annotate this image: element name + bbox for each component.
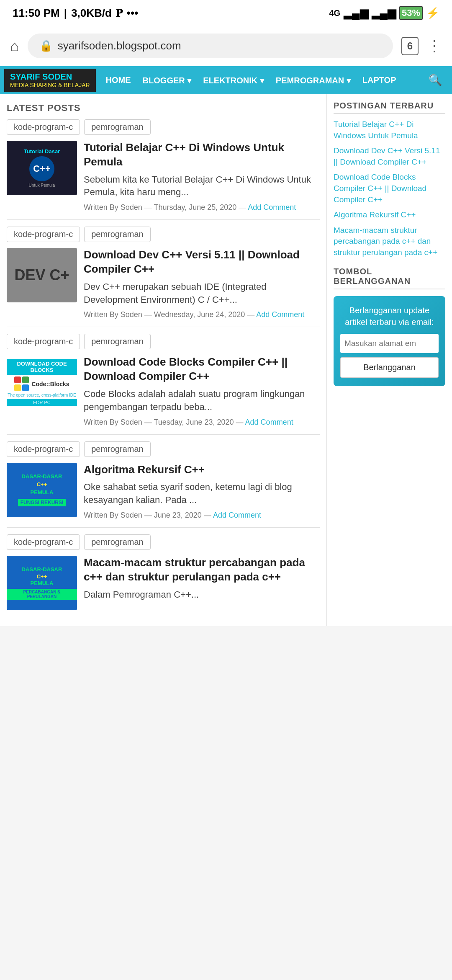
algo-label-3: PEMULA bbox=[31, 489, 54, 496]
divider-2 bbox=[7, 327, 320, 327]
struct-label-3: PEMULA bbox=[31, 580, 54, 587]
signal-bars-2: ▂▄▆ bbox=[372, 7, 396, 20]
subscribe-box: Berlangganan update artikel terbaru via … bbox=[334, 296, 445, 386]
subscribe-email-input[interactable] bbox=[340, 334, 439, 353]
signal-bars: ▂▄▆ bbox=[344, 7, 368, 20]
home-icon[interactable]: ⌂ bbox=[10, 37, 19, 55]
post-excerpt-1: Sebelum kita ke Tutorial Belajar C++ Di … bbox=[84, 173, 320, 199]
add-comment-2[interactable]: Add Comment bbox=[256, 310, 304, 319]
nav-laptop[interactable]: LAPTOP bbox=[357, 68, 402, 93]
nav-blogger[interactable]: BLOGGER ▾ bbox=[137, 68, 198, 93]
tag-kode-3[interactable]: kode-program-c bbox=[7, 334, 80, 349]
tag-pemrograman-1[interactable]: pemrograman bbox=[84, 119, 151, 135]
cb-sq-red bbox=[14, 377, 21, 383]
lock-icon: 🔒 bbox=[39, 39, 53, 52]
post-content-2: Download Dev C++ Versi 5.11 || Download … bbox=[84, 248, 320, 319]
nav-home[interactable]: HOME bbox=[100, 68, 137, 93]
subscribe-button[interactable]: Berlangganan bbox=[340, 357, 439, 378]
site-logo[interactable]: SYARIF SODEN MEDIA SHARING & BELAJAR bbox=[4, 69, 96, 92]
recent-link-1[interactable]: Tutorial Belajar C++ Di Windows Untuk Pe… bbox=[334, 119, 445, 141]
search-icon[interactable]: 🔍 bbox=[423, 66, 448, 94]
tag-pemrograman-4[interactable]: pemrograman bbox=[84, 441, 151, 457]
post-content-5: Macam-macam struktur percabangan pada c+… bbox=[84, 556, 320, 610]
signal-4g: 4G bbox=[329, 8, 340, 18]
post-thumb-2[interactable]: DEV C+ bbox=[7, 248, 77, 302]
post-title-5[interactable]: Macam-macam struktur percabangan pada c+… bbox=[84, 556, 320, 584]
tag-row-4: kode-program-c pemrograman bbox=[7, 441, 320, 457]
post-card-4: DASAR-DASAR C++ PEMULA FUNGSI REKURSI Al… bbox=[7, 463, 320, 520]
cb-header: DOWNLOAD CODE BLOCKS bbox=[7, 359, 77, 375]
browser-bar: ⌂ 🔒 syarifsoden.blogspot.com 6 ⋮ bbox=[0, 26, 452, 66]
more-options: ••• bbox=[127, 7, 138, 20]
post-content-1: Tutorial Belajar C++ Di Windows Untuk Pe… bbox=[84, 141, 320, 212]
status-bar: 11:50 PM | 3,0KB/d 𝐏 ••• 4G ▂▄▆ ▂▄▆ 53% … bbox=[0, 0, 452, 26]
nav-pemrograman[interactable]: PEMROGRAMAN ▾ bbox=[270, 68, 357, 93]
post-author-1: Written By Soden bbox=[84, 203, 142, 211]
cb-sq-green bbox=[22, 377, 29, 383]
post-title-4[interactable]: Algoritma Rekursif C++ bbox=[84, 463, 320, 477]
subscribe-description: Berlangganan update artikel terbaru via … bbox=[340, 304, 439, 328]
divider-1 bbox=[7, 219, 320, 220]
cb-logo-row: Code::Blocks bbox=[14, 377, 69, 391]
recent-link-2[interactable]: Download Dev C++ Versi 5.11 || Download … bbox=[334, 145, 445, 168]
tag-row-2: kode-program-c pemrograman bbox=[7, 227, 320, 242]
post-date-1: Thursday, June 25, 2020 bbox=[154, 203, 236, 211]
post-thumb-4[interactable]: DASAR-DASAR C++ PEMULA FUNGSI REKURSI bbox=[7, 463, 77, 517]
post-author-2: Written By Soden bbox=[84, 310, 142, 319]
algo-label-1: DASAR-DASAR bbox=[22, 473, 62, 480]
post-title-1[interactable]: Tutorial Belajar C++ Di Windows Untuk Pe… bbox=[84, 141, 320, 169]
tag-kode-2[interactable]: kode-program-c bbox=[7, 227, 80, 242]
tag-row-5: kode-program-c pemrograman bbox=[7, 534, 320, 550]
cb-footer: The open source, cross-platform IDE bbox=[8, 393, 76, 397]
recent-link-4[interactable]: Algoritma Rekursif C++ bbox=[334, 209, 445, 221]
cpp-thumb-art: Tutorial Dasar C++ Untuk Pemula bbox=[7, 141, 77, 195]
site-nav: SYARIF SODEN MEDIA SHARING & BELAJAR HOM… bbox=[0, 66, 452, 94]
post-excerpt-5: Dalam Pemrograman C++... bbox=[84, 588, 320, 601]
algo-thumb-art: DASAR-DASAR C++ PEMULA FUNGSI REKURSI bbox=[7, 463, 77, 517]
nav-items: HOME BLOGGER ▾ ELEKTRONIK ▾ PEMROGRAMAN … bbox=[100, 68, 423, 93]
tag-pemrograman-3[interactable]: pemrograman bbox=[84, 334, 151, 349]
struct-label-4: PERCABANGAN & PERULANGAN bbox=[7, 589, 77, 600]
post-card-2: DEV C+ Download Dev C++ Versi 5.11 || Do… bbox=[7, 248, 320, 319]
nav-elektronik[interactable]: ELEKTRONIK ▾ bbox=[197, 68, 270, 93]
url-text: syarifsoden.blogspot.com bbox=[58, 39, 181, 52]
add-comment-1[interactable]: Add Comment bbox=[248, 203, 296, 211]
post-meta-2: Written By Soden — Wednesday, June 24, 2… bbox=[84, 310, 320, 319]
tag-kode-4[interactable]: kode-program-c bbox=[7, 441, 80, 457]
cb-for-pc: FOR PC bbox=[7, 399, 77, 406]
post-card-1: Tutorial Dasar C++ Untuk Pemula Tutorial… bbox=[7, 141, 320, 212]
recent-posts-title: POSTINGAN TERBARU bbox=[334, 101, 445, 114]
struct-thumb-art: DASAR-DASAR C++ PEMULA PERCABANGAN & PER… bbox=[7, 556, 77, 610]
tag-kode-5[interactable]: kode-program-c bbox=[7, 534, 80, 550]
add-comment-3[interactable]: Add Comment bbox=[245, 418, 293, 426]
tag-row-1: kode-program-c pemrograman bbox=[7, 119, 320, 135]
post-card-5: DASAR-DASAR C++ PEMULA PERCABANGAN & PER… bbox=[7, 556, 320, 610]
recent-link-3[interactable]: Download Code Blocks Compiler C++ || Dow… bbox=[334, 172, 445, 205]
charging-icon: ⚡ bbox=[426, 7, 439, 20]
post-thumb-3[interactable]: DOWNLOAD CODE BLOCKS Code::Blocks The op… bbox=[7, 355, 77, 410]
tag-kode-1[interactable]: kode-program-c bbox=[7, 119, 80, 135]
post-meta-4: Written By Soden — June 23, 2020 — Add C… bbox=[84, 511, 320, 520]
tab-count[interactable]: 6 bbox=[401, 37, 419, 55]
dev-thumb-art: DEV C+ bbox=[7, 248, 77, 302]
url-bar[interactable]: 🔒 syarifsoden.blogspot.com bbox=[28, 34, 393, 58]
post-thumb-5[interactable]: DASAR-DASAR C++ PEMULA PERCABANGAN & PER… bbox=[7, 556, 77, 610]
cpp-logo: C++ bbox=[29, 156, 54, 181]
recent-link-5[interactable]: Macam-macam struktur percabangan pada c+… bbox=[334, 225, 445, 258]
subscribe-section-title: TOMBOL BERLANGGANAN bbox=[334, 267, 445, 289]
tag-pemrograman-2[interactable]: pemrograman bbox=[84, 227, 151, 242]
sidebar: POSTINGAN TERBARU Tutorial Belajar C++ D… bbox=[326, 94, 452, 626]
post-date-2: Wednesday, June 24, 2020 bbox=[154, 310, 245, 319]
browser-menu-icon[interactable]: ⋮ bbox=[427, 37, 442, 55]
post-excerpt-2: Dev C++ merupakan sebuah IDE (Integrated… bbox=[84, 281, 320, 307]
post-title-3[interactable]: Download Code Blocks Compiler C++ || Dow… bbox=[84, 355, 320, 384]
post-thumb-1[interactable]: Tutorial Dasar C++ Untuk Pemula bbox=[7, 141, 77, 195]
add-comment-4[interactable]: Add Comment bbox=[213, 511, 261, 519]
post-title-2[interactable]: Download Dev C++ Versi 5.11 || Download … bbox=[84, 248, 320, 276]
post-excerpt-3: Code Blocks adalah adalah suatu program … bbox=[84, 388, 320, 414]
post-author-4: Written By Soden bbox=[84, 511, 142, 519]
algo-label-4: FUNGSI REKURSI bbox=[18, 499, 66, 506]
pinterest-icon: 𝐏 bbox=[116, 7, 123, 20]
battery-indicator: 53% bbox=[399, 6, 423, 20]
tag-pemrograman-5[interactable]: pemrograman bbox=[84, 534, 151, 550]
